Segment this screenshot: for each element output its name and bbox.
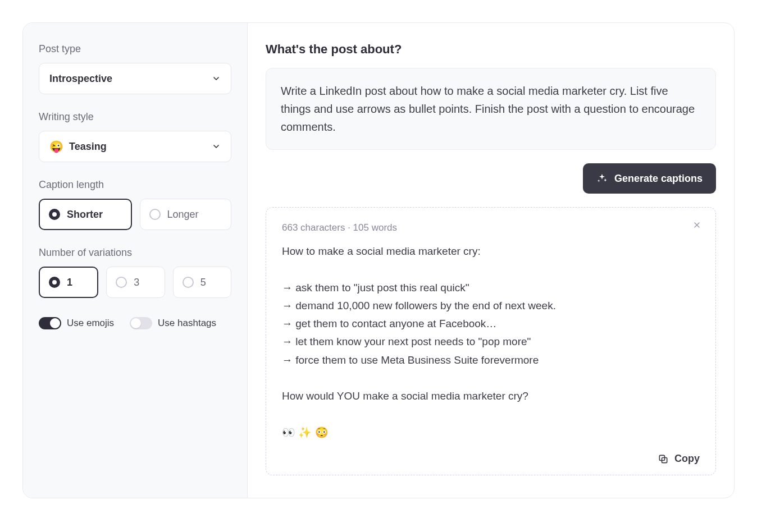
toggle-hashtags-label: Use hashtags [158,318,216,329]
main: What's the post about? Write a LinkedIn … [248,23,734,498]
toggle-emojis-label: Use emojis [67,318,114,329]
toggle-hashtags-group: Use hashtags [130,317,216,329]
post-type-label: Post type [39,43,231,55]
toggle-emojis[interactable] [39,317,61,329]
caption-length-group: Shorter Longer [39,199,231,230]
generate-row: Generate captions [266,163,716,194]
variations-label: Number of variations [39,247,231,259]
writing-style-text: Teasing [69,141,107,153]
radio-label: Longer [167,209,199,221]
writing-style-emoji: 😜 [49,140,63,153]
toggle-knob [131,318,141,328]
writing-style-select[interactable]: 😜 Teasing [39,131,231,162]
caption-length-label: Caption length [39,179,231,191]
app-shell: Post type Introspective Writing style 😜 … [22,22,735,498]
caption-length-shorter[interactable]: Shorter [39,199,132,230]
toggle-emojis-group: Use emojis [39,317,114,329]
result-card: 663 characters · 105 words How to make a… [266,207,716,475]
copy-label: Copy [674,453,700,465]
toggle-knob [50,318,60,328]
prompt-textarea[interactable]: Write a LinkedIn post about how to make … [266,68,716,150]
writing-style-label: Writing style [39,111,231,123]
chevron-down-icon [212,142,221,151]
generate-captions-label: Generate captions [614,173,703,185]
toggles-row: Use emojis Use hashtags [39,317,231,329]
close-result-button[interactable] [691,220,703,232]
close-icon [692,221,701,232]
chevron-down-icon [212,74,221,83]
toggle-hashtags[interactable] [130,317,152,329]
copy-button[interactable]: Copy [658,453,700,465]
radio-label: 3 [134,277,139,288]
radio-icon [116,277,127,288]
post-type-value: Introspective [49,73,112,85]
variations-option-3[interactable]: 3 [106,267,165,298]
post-type-select[interactable]: Introspective [39,63,231,94]
radio-icon [149,209,161,220]
radio-label: 5 [200,277,206,288]
variations-option-5[interactable]: 5 [173,267,231,298]
radio-icon [49,209,60,220]
generate-captions-button[interactable]: Generate captions [583,163,716,194]
radio-icon [49,277,60,288]
caption-length-longer[interactable]: Longer [140,199,232,230]
variations-group: 1 3 5 [39,267,231,298]
radio-label: Shorter [67,209,103,221]
sidebar: Post type Introspective Writing style 😜 … [23,23,248,498]
result-body[interactable]: How to make a social media marketer cry:… [282,242,700,442]
sparkles-icon [596,173,608,184]
writing-style-value: 😜 Teasing [49,140,107,153]
variations-option-1[interactable]: 1 [39,267,98,298]
copy-icon [658,453,669,465]
result-meta: 663 characters · 105 words [282,222,700,233]
radio-label: 1 [67,277,72,288]
radio-icon [183,277,194,288]
page-title: What's the post about? [266,42,716,57]
result-actions: Copy [282,453,700,465]
